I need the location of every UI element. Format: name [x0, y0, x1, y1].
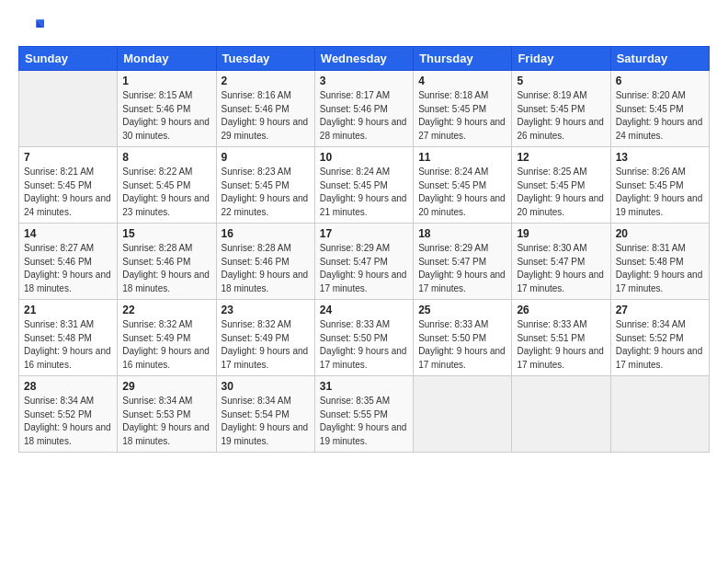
- calendar-cell: 6 Sunrise: 8:20 AM Sunset: 5:45 PM Dayli…: [610, 71, 709, 147]
- page: SundayMondayTuesdayWednesdayThursdayFrid…: [0, 0, 728, 563]
- sunset-text: Sunset: 5:47 PM: [418, 257, 486, 267]
- day-number: 1: [122, 75, 210, 87]
- weekday-header-monday: Monday: [118, 47, 216, 71]
- cell-info: Sunrise: 8:31 AM Sunset: 5:48 PM Dayligh…: [24, 318, 112, 372]
- day-number: 5: [517, 75, 605, 87]
- sunset-text: Sunset: 5:51 PM: [517, 333, 585, 343]
- cell-info: Sunrise: 8:33 AM Sunset: 5:50 PM Dayligh…: [418, 318, 506, 372]
- sunset-text: Sunset: 5:52 PM: [24, 409, 92, 419]
- sunset-text: Sunset: 5:45 PM: [517, 180, 585, 190]
- day-number: 17: [320, 227, 408, 240]
- daylight-text: Daylight: 9 hours and 17 minutes.: [222, 346, 309, 370]
- calendar-cell: 9 Sunrise: 8:23 AM Sunset: 5:45 PM Dayli…: [216, 147, 314, 224]
- calendar-cell: 14 Sunrise: 8:27 AM Sunset: 5:46 PM Dayl…: [19, 224, 118, 300]
- sunset-text: Sunset: 5:47 PM: [320, 257, 388, 267]
- sunrise-text: Sunrise: 8:27 AM: [24, 243, 94, 253]
- day-number: 26: [517, 304, 605, 316]
- weekday-header-wednesday: Wednesday: [314, 47, 413, 71]
- sunset-text: Sunset: 5:53 PM: [122, 409, 190, 419]
- daylight-text: Daylight: 9 hours and 16 minutes.: [24, 346, 111, 370]
- day-number: 22: [122, 304, 210, 316]
- daylight-text: Daylight: 9 hours and 26 minutes.: [517, 117, 604, 141]
- cell-info: Sunrise: 8:18 AM Sunset: 5:45 PM Dayligh…: [418, 89, 506, 143]
- cell-info: Sunrise: 8:24 AM Sunset: 5:45 PM Dayligh…: [320, 166, 408, 219]
- calendar-cell: 27 Sunrise: 8:34 AM Sunset: 5:52 PM Dayl…: [610, 300, 709, 376]
- sunrise-text: Sunrise: 8:19 AM: [517, 90, 586, 100]
- cell-info: Sunrise: 8:20 AM Sunset: 5:45 PM Dayligh…: [616, 89, 704, 143]
- calendar-cell: [19, 71, 118, 147]
- day-number: 15: [122, 227, 210, 240]
- day-number: 21: [24, 304, 112, 316]
- sunrise-text: Sunrise: 8:34 AM: [616, 319, 686, 329]
- sunset-text: Sunset: 5:45 PM: [222, 180, 290, 190]
- cell-info: Sunrise: 8:33 AM Sunset: 5:50 PM Dayligh…: [320, 318, 408, 372]
- cell-info: Sunrise: 8:29 AM Sunset: 5:47 PM Dayligh…: [320, 242, 408, 295]
- sunrise-text: Sunrise: 8:26 AM: [616, 167, 686, 177]
- sunrise-text: Sunrise: 8:31 AM: [24, 319, 94, 329]
- logo: [18, 15, 48, 40]
- calendar-cell: [512, 376, 610, 453]
- daylight-text: Daylight: 9 hours and 17 minutes.: [517, 346, 604, 370]
- daylight-text: Daylight: 9 hours and 19 minutes.: [616, 193, 703, 217]
- sunset-text: Sunset: 5:45 PM: [616, 180, 684, 190]
- calendar-cell: 3 Sunrise: 8:17 AM Sunset: 5:46 PM Dayli…: [314, 71, 413, 147]
- cell-info: Sunrise: 8:31 AM Sunset: 5:48 PM Dayligh…: [616, 242, 704, 295]
- calendar-cell: 20 Sunrise: 8:31 AM Sunset: 5:48 PM Dayl…: [610, 224, 709, 300]
- daylight-text: Daylight: 9 hours and 22 minutes.: [222, 193, 309, 217]
- calendar-cell: 25 Sunrise: 8:33 AM Sunset: 5:50 PM Dayl…: [414, 300, 512, 376]
- calendar-cell: 7 Sunrise: 8:21 AM Sunset: 5:45 PM Dayli…: [19, 147, 118, 224]
- calendar-cell: 23 Sunrise: 8:32 AM Sunset: 5:49 PM Dayl…: [216, 300, 314, 376]
- day-number: 9: [222, 151, 310, 164]
- sunrise-text: Sunrise: 8:22 AM: [122, 167, 192, 177]
- cell-info: Sunrise: 8:34 AM Sunset: 5:52 PM Dayligh…: [24, 395, 112, 448]
- cell-info: Sunrise: 8:19 AM Sunset: 5:45 PM Dayligh…: [517, 89, 605, 143]
- cell-info: Sunrise: 8:26 AM Sunset: 5:45 PM Dayligh…: [616, 166, 704, 219]
- sunrise-text: Sunrise: 8:18 AM: [418, 90, 488, 100]
- weekday-header-friday: Friday: [512, 47, 610, 71]
- cell-info: Sunrise: 8:30 AM Sunset: 5:47 PM Dayligh…: [517, 242, 605, 295]
- daylight-text: Daylight: 9 hours and 17 minutes.: [616, 270, 703, 293]
- sunrise-text: Sunrise: 8:30 AM: [517, 243, 586, 253]
- day-number: 13: [616, 151, 704, 164]
- sunset-text: Sunset: 5:46 PM: [122, 257, 190, 267]
- daylight-text: Daylight: 9 hours and 18 minutes.: [24, 422, 111, 446]
- cell-info: Sunrise: 8:34 AM Sunset: 5:52 PM Dayligh…: [616, 318, 704, 372]
- calendar-cell: 5 Sunrise: 8:19 AM Sunset: 5:45 PM Dayli…: [512, 71, 610, 147]
- daylight-text: Daylight: 9 hours and 17 minutes.: [517, 270, 604, 293]
- calendar-cell: 21 Sunrise: 8:31 AM Sunset: 5:48 PM Dayl…: [19, 300, 118, 376]
- daylight-text: Daylight: 9 hours and 17 minutes.: [616, 346, 703, 370]
- day-number: 12: [517, 151, 605, 164]
- day-number: 16: [222, 227, 310, 240]
- sunset-text: Sunset: 5:55 PM: [320, 409, 388, 419]
- sunrise-text: Sunrise: 8:17 AM: [320, 90, 390, 100]
- calendar-cell: 12 Sunrise: 8:25 AM Sunset: 5:45 PM Dayl…: [512, 147, 610, 224]
- cell-info: Sunrise: 8:25 AM Sunset: 5:45 PM Dayligh…: [517, 166, 605, 219]
- sunrise-text: Sunrise: 8:33 AM: [517, 319, 586, 329]
- daylight-text: Daylight: 9 hours and 17 minutes.: [320, 346, 407, 370]
- day-number: 19: [517, 227, 605, 240]
- cell-info: Sunrise: 8:16 AM Sunset: 5:46 PM Dayligh…: [222, 89, 310, 143]
- daylight-text: Daylight: 9 hours and 21 minutes.: [320, 193, 407, 217]
- cell-info: Sunrise: 8:17 AM Sunset: 5:46 PM Dayligh…: [320, 89, 408, 143]
- sunset-text: Sunset: 5:49 PM: [122, 333, 190, 343]
- sunrise-text: Sunrise: 8:24 AM: [418, 167, 488, 177]
- calendar-cell: 31 Sunrise: 8:35 AM Sunset: 5:55 PM Dayl…: [314, 376, 413, 453]
- sunset-text: Sunset: 5:50 PM: [320, 333, 388, 343]
- cell-info: Sunrise: 8:23 AM Sunset: 5:45 PM Dayligh…: [222, 166, 310, 219]
- daylight-text: Daylight: 9 hours and 18 minutes.: [24, 270, 111, 293]
- sunrise-text: Sunrise: 8:21 AM: [24, 167, 94, 177]
- daylight-text: Daylight: 9 hours and 16 minutes.: [122, 346, 210, 370]
- day-number: 31: [320, 380, 408, 393]
- cell-info: Sunrise: 8:33 AM Sunset: 5:51 PM Dayligh…: [517, 318, 605, 372]
- daylight-text: Daylight: 9 hours and 24 minutes.: [616, 117, 703, 141]
- sunrise-text: Sunrise: 8:33 AM: [320, 319, 390, 329]
- sunset-text: Sunset: 5:46 PM: [122, 104, 190, 114]
- cell-info: Sunrise: 8:32 AM Sunset: 5:49 PM Dayligh…: [222, 318, 310, 372]
- sunset-text: Sunset: 5:45 PM: [122, 180, 190, 190]
- calendar-cell: 8 Sunrise: 8:22 AM Sunset: 5:45 PM Dayli…: [118, 147, 216, 224]
- calendar-cell: 18 Sunrise: 8:29 AM Sunset: 5:47 PM Dayl…: [414, 224, 512, 300]
- day-number: 2: [222, 75, 310, 87]
- sunset-text: Sunset: 5:45 PM: [24, 180, 92, 190]
- sunset-text: Sunset: 5:46 PM: [24, 257, 92, 267]
- cell-info: Sunrise: 8:34 AM Sunset: 5:54 PM Dayligh…: [222, 395, 310, 448]
